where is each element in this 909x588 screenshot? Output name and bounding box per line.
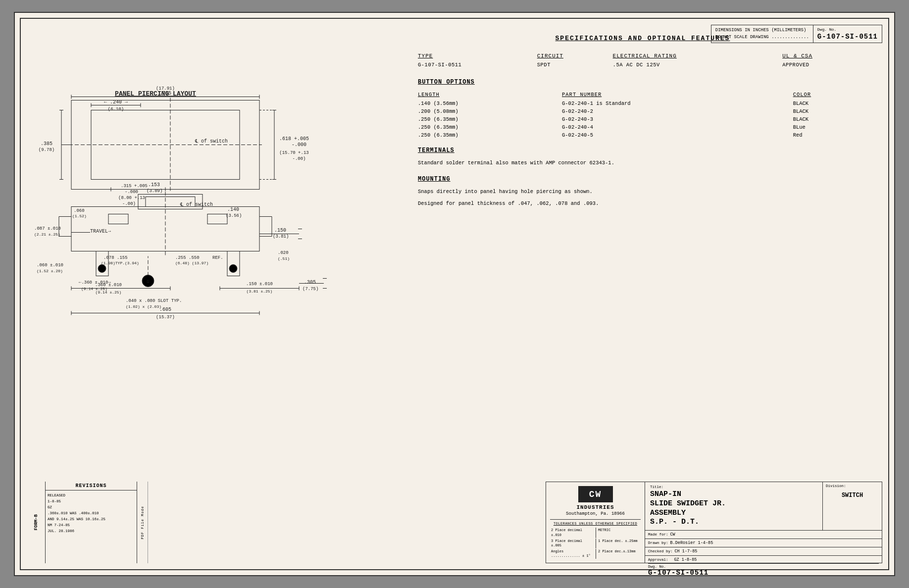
tb-division-panel: Division: SWITCH — [822, 482, 882, 530]
pdf-mode-label: PDF File Mode — [141, 506, 145, 539]
svg-rect-38 — [108, 214, 128, 224]
svg-text:(9.78): (9.78) — [39, 147, 54, 152]
svg-text:← .240 →: ← .240 → — [104, 99, 128, 105]
button-options-header: BUTTON OPTIONS — [418, 79, 867, 86]
rev-entry-3: GZ — [48, 504, 135, 510]
svg-text:℄ of switch: ℄ of switch — [180, 202, 213, 207]
svg-text:(3.56): (3.56) — [226, 213, 242, 218]
tb-logo-text: CW — [589, 490, 602, 499]
drawing-area: text { font-family: 'Courier New', monos… — [27, 25, 403, 478]
tb-title-panel: Title: SNAP-IN SLIDE SWIDGET JR. ASSEMBL… — [645, 482, 822, 530]
tb-address: Southampton, Pa. 18966 — [566, 511, 625, 516]
approval-value: GZ 1-8-85 — [674, 557, 697, 562]
title-line2: SLIDE SWIDGET JR. — [650, 499, 817, 509]
svg-text:.305: .305 — [304, 280, 316, 285]
tb-tol-grid: 2 Place decimal ±.010 METRIC 3 Place dec… — [550, 528, 641, 559]
svg-text:.255    .550: .255 .550 — [175, 255, 200, 260]
division-label: Division: — [826, 484, 879, 488]
btn-color-4: Red — [793, 131, 867, 139]
division-value: SWITCH — [826, 492, 879, 499]
tol-angles: Angles .............. ± 1° — [550, 549, 595, 559]
svg-text:.618 +.005: .618 +.005 — [279, 136, 309, 142]
revisions-block: REVISIONS RELEASED 1-8-85 GZ .360±.010 W… — [46, 482, 137, 563]
tol-metric: METRIC — [596, 528, 641, 538]
revisions-title: REVISIONS — [46, 482, 137, 490]
form-b-section: FORM-B — [27, 482, 46, 563]
made-for-value: CW — [670, 532, 675, 537]
tol-2place: 2 Place decimal ±.010 — [550, 528, 595, 538]
tb-info-row-dwg: Approval: GZ 1-8-85 Dwg. No. G-107-SI-05… — [645, 556, 882, 576]
svg-text:←.360 ±.010→: ←.360 ±.010→ — [79, 280, 111, 285]
btn-length-1: .200 (5.08mm) — [418, 107, 562, 115]
electrical-value: .5A AC DC 125V — [613, 61, 783, 69]
button-option-row-1: .200 (5.08mm)G-02-240-2BLACK — [418, 107, 867, 115]
circuit-header: CIRCUIT — [537, 52, 613, 61]
ul-header: UL & CSA — [782, 52, 867, 61]
mounting-text1: Snaps directly into panel having hole pi… — [418, 188, 867, 196]
title-line4: S.P. - D.T. — [650, 518, 817, 527]
svg-text:.078   .155: .078 .155 — [103, 255, 128, 260]
svg-text:.705: .705 — [159, 91, 171, 96]
svg-text:(15.37): (15.37) — [156, 315, 175, 320]
drawn-value: B.DeRosier 1-4-85 — [670, 540, 713, 545]
specs-table: TYPE CIRCUIT ELECTRICAL RATING UL & CSA … — [418, 52, 867, 69]
btn-part_number-2: G-02-240-3 — [562, 115, 793, 123]
rev-entry-1: RELEASED — [48, 492, 135, 498]
svg-text:.087 ±.010: .087 ±.010 — [34, 226, 61, 231]
dwg-no-cell: Approval: GZ 1-8-85 Dwg. No. G-107-SI-05… — [645, 556, 882, 576]
pdf-mode-strip: PDF File Mode — [137, 482, 148, 563]
btn-length-2: .250 (6.35mm) — [418, 115, 562, 123]
tb-info-row-drawn: Drawn by: B.DeRosier 1-4-85 — [645, 539, 882, 547]
svg-text:(15.70 +.13: (15.70 +.13 — [279, 150, 308, 155]
button-option-row-3: .250 (6.35mm)G-02-240-4BLue — [418, 123, 867, 131]
svg-text:(1.98)TYP.(3.94): (1.98)TYP.(3.94) — [101, 261, 139, 265]
rev-entry-7: JUL. 28.1986 — [48, 528, 135, 534]
tb-title-label: Title: — [650, 485, 817, 489]
button-option-row-4: .250 (6.35mm)G-02-240-5Red — [418, 131, 867, 139]
tb-logo: CW — [578, 486, 613, 502]
made-for-cell: Made for: CW — [645, 531, 882, 539]
tb-top-row: Title: SNAP-IN SLIDE SWIDGET JR. ASSEMBL… — [645, 482, 882, 531]
svg-text:.605: .605 — [159, 307, 171, 312]
svg-text:REF.: REF. — [212, 255, 223, 260]
tb-tolerances-header: TOLERANCES UNLESS OTHERWSE SPECIFIED — [550, 519, 641, 526]
svg-point-37 — [229, 265, 237, 273]
svg-text:.060 ±.010: .060 ±.010 — [37, 263, 63, 268]
svg-text:.020: .020 — [278, 250, 289, 255]
color-header: COLOR — [793, 91, 867, 99]
svg-text:PANEL PIERCING LAYOUT: PANEL PIERCING LAYOUT — [115, 90, 196, 98]
btn-part_number-0: G-02-240-1 is Standard — [562, 99, 793, 107]
page-container: DIMENSIONS IN INCHES (MILLIMETERS) DO NO… — [14, 12, 895, 576]
svg-text:TRAVEL→: TRAVEL→ — [90, 229, 111, 234]
btn-length-0: .140 (3.56mm) — [418, 99, 562, 107]
svg-text:(7.75): (7.75) — [303, 287, 318, 292]
svg-text:(1.52 ±.20): (1.52 ±.20) — [37, 269, 63, 273]
dwg-no-field-label: Dwg. No. — [648, 565, 707, 569]
checked-cell: Checked by: CH 1-7-85 — [645, 547, 882, 555]
svg-text:℄ of switch: ℄ of switch — [195, 139, 228, 144]
specs-title: SPECIFICATIONS AND OPTIONAL FEATURES — [418, 35, 867, 42]
ul-value: APPROVED — [782, 61, 867, 69]
terminals-header: TERMINALS — [418, 147, 867, 154]
svg-text:-.000: -.000 — [125, 190, 138, 195]
svg-text:.385: .385 — [41, 141, 52, 147]
svg-text:①: ① — [146, 280, 150, 285]
circuit-value: SPDT — [537, 61, 613, 69]
drawn-cell: Drawn by: B.DeRosier 1-4-85 — [645, 539, 882, 547]
svg-point-36 — [98, 265, 106, 273]
mounting-header: MOUNTING — [418, 176, 867, 183]
svg-text:.150 ±.010: .150 ±.010 — [246, 282, 273, 287]
btn-color-1: BLACK — [793, 107, 867, 115]
svg-text:.315 +.005: .315 +.005 — [121, 184, 148, 189]
made-for-label: Made for: — [648, 533, 668, 537]
svg-text:.150: .150 — [274, 228, 286, 233]
tb-info-row-checked: Checked by: CH 1-7-85 — [645, 547, 882, 556]
tol-3place: 3 Place decimal ±.005 — [550, 539, 595, 548]
checked-label: Checked by: — [648, 549, 673, 553]
svg-text:(3.89): (3.89) — [147, 189, 162, 194]
length-header: LENGTH — [418, 91, 562, 99]
tb-right-panels: Title: SNAP-IN SLIDE SWIDGET JR. ASSEMBL… — [645, 482, 882, 563]
svg-text:(6.48) (13.97): (6.48) (13.97) — [175, 261, 208, 265]
svg-text:(2.21 ±.25): (2.21 ±.25) — [34, 232, 60, 237]
svg-text:(1.02) x (2.03): (1.02) x (2.03) — [126, 304, 161, 309]
